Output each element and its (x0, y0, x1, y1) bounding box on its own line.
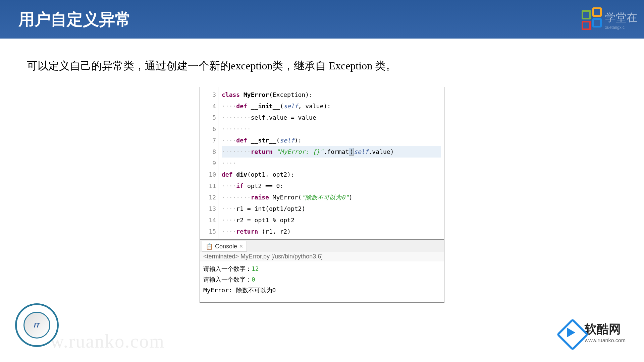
footer-logo: 软酷网 www.ruanko.com (561, 321, 626, 344)
line-number: 5 (200, 112, 216, 123)
console-tab[interactable]: 📋 Console ✕ (202, 241, 247, 252)
console-line: MyError: 除数不可以为0 (203, 285, 441, 296)
code-lines: class MyError(Exception): ····def __init… (218, 87, 444, 239)
code-line: ····if opt2 == 0: (222, 180, 441, 192)
brand-logo: 学堂在 xuetangx.c (582, 10, 637, 30)
line-number: 4 (200, 101, 216, 112)
watermark-text: w.ruanko.com (50, 330, 165, 352)
code-line: class MyError(Exception): (222, 89, 441, 101)
footer-brand-name: 软酷网 (585, 321, 626, 338)
console-panel: 📋 Console ✕ <terminated> MyError.py [/us… (200, 239, 444, 302)
footer-url: www.ruanko.com (585, 338, 626, 344)
code-area: 3 4 5 6 7 8 9 10 11 12 13 14 15 class My… (200, 87, 444, 239)
close-icon[interactable]: ✕ (239, 244, 243, 249)
console-tab-label: Console (215, 243, 237, 250)
header: 用户自定义异常 学堂在 xuetangx.c (0, 0, 644, 39)
code-line: ····r1 = int(opt1/opt2) (222, 203, 441, 215)
code-line: ····def __init__(self, value): (222, 101, 441, 112)
console-line: 请输入一个数字：12 (203, 263, 441, 274)
badge-text: IT (23, 312, 50, 339)
code-line: ········ (222, 123, 441, 135)
console-line: 请输入一个数字：0 (203, 274, 441, 285)
code-line: ····r2 = opt1 % opt2 (222, 215, 441, 226)
console-output: 请输入一个数字：12 请输入一个数字：0 MyError: 除数不可以为0 (200, 261, 444, 302)
brand-name: 学堂在 (605, 10, 637, 25)
line-number: 6 (200, 123, 216, 135)
code-line-highlighted: ········return "MyError: {}".format(self… (222, 146, 441, 158)
page-title: 用户自定义异常 (18, 9, 131, 30)
line-number: 8 (200, 146, 216, 158)
line-number: 10 (200, 169, 216, 180)
brand-sub: xuetangx.c (605, 25, 637, 30)
line-number: 7 (200, 135, 216, 146)
brand-icon (582, 10, 602, 30)
line-numbers: 3 4 5 6 7 8 9 10 11 12 13 14 15 (200, 87, 218, 239)
code-line: ········raise MyError("除数不可以为0") (222, 192, 441, 203)
line-number: 15 (200, 226, 216, 237)
console-icon: 📋 (206, 243, 213, 250)
institution-badge: IT (15, 303, 59, 347)
line-number: 14 (200, 215, 216, 226)
line-number: 11 (200, 180, 216, 192)
code-editor: 3 4 5 6 7 8 9 10 11 12 13 14 15 class My… (200, 87, 444, 303)
play-icon (561, 323, 580, 342)
code-line: ····return (r1, r2) (222, 226, 441, 237)
code-line: ········self.value = value (222, 112, 441, 123)
line-number: 9 (200, 158, 216, 169)
line-number: 3 (200, 89, 216, 101)
description-text: 可以定义自己的异常类，通过创建一个新的exception类，继承自 Except… (0, 39, 644, 87)
code-line: ····def __str__(self): (222, 135, 441, 146)
cursor-icon (394, 148, 394, 156)
line-number: 13 (200, 203, 216, 215)
line-number: 12 (200, 192, 216, 203)
code-line: def div(opt1, opt2): (222, 169, 441, 180)
console-status: <terminated> MyError.py [/usr/bin/python… (200, 252, 444, 261)
code-line: ···· (222, 158, 441, 169)
